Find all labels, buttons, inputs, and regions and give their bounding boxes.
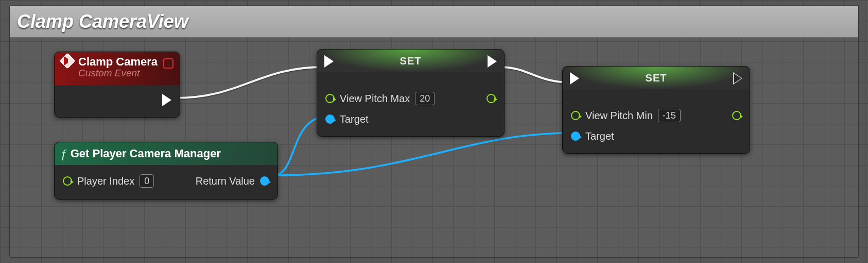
pin-label: Player Index [77, 175, 134, 187]
pin-label: View Pitch Max [340, 93, 410, 105]
float-pin-icon [487, 94, 496, 103]
float-output-pin[interactable] [732, 111, 741, 120]
float-output-pin[interactable] [487, 94, 496, 103]
view-pitch-min-input-pin[interactable]: View Pitch Min -15 [571, 109, 681, 122]
exec-arrow-icon [162, 94, 171, 106]
return-value-output-pin[interactable]: Return Value [196, 175, 269, 187]
target-input-pin[interactable]: Target [571, 130, 614, 142]
target-input-pin[interactable]: Target [325, 113, 369, 125]
node-set-view-pitch-max[interactable]: SET View Pitch Max 20 Target [317, 49, 505, 137]
node-title: Clamp Camera [78, 55, 158, 69]
exec-arrow-icon [488, 55, 497, 68]
float-pin-icon [63, 176, 72, 186]
float-pin-icon [325, 94, 335, 103]
view-pitch-min-value[interactable]: -15 [658, 109, 681, 122]
node-title: Get Player Camera Manager [71, 147, 221, 160]
comment-title: Clamp CameraView [17, 11, 188, 32]
pin-label: Target [340, 113, 369, 125]
pin-label: View Pitch Min [585, 110, 653, 122]
delegate-pin[interactable] [163, 58, 173, 69]
view-pitch-max-input-pin[interactable]: View Pitch Max 20 [325, 92, 435, 105]
node-header[interactable]: f Get Player Camera Manager [55, 142, 277, 165]
exec-arrow-icon [733, 72, 742, 85]
view-pitch-max-value[interactable]: 20 [415, 92, 435, 105]
pin-label: Return Value [196, 175, 255, 187]
node-clamp-camera-event[interactable]: Clamp Camera Custom Event [54, 52, 180, 118]
custom-event-icon [59, 53, 75, 69]
object-pin-icon [571, 132, 580, 141]
object-pin-icon [260, 176, 269, 186]
node-get-player-camera-manager[interactable]: f Get Player Camera Manager Player Index… [54, 142, 278, 200]
exec-out-pin[interactable] [162, 94, 171, 106]
node-set-view-pitch-min[interactable]: SET View Pitch Min -15 Target [562, 66, 750, 154]
exec-in-pin[interactable] [324, 55, 334, 68]
float-pin-icon [732, 111, 741, 120]
function-icon: f [62, 147, 65, 161]
node-header[interactable]: Clamp Camera Custom Event [55, 52, 180, 85]
player-index-input-pin[interactable]: Player Index 0 [63, 174, 154, 188]
exec-out-pin[interactable] [488, 55, 497, 68]
exec-in-pin[interactable] [570, 72, 579, 85]
node-subtitle: Custom Event [78, 68, 158, 79]
object-pin-icon [325, 114, 335, 124]
player-index-value[interactable]: 0 [140, 174, 154, 188]
exec-arrow-icon [324, 55, 334, 68]
exec-arrow-icon [570, 72, 579, 85]
float-pin-icon [571, 111, 580, 120]
comment-header[interactable]: Clamp CameraView [10, 6, 858, 38]
pin-label: Target [585, 130, 614, 142]
exec-out-pin[interactable] [733, 72, 742, 85]
